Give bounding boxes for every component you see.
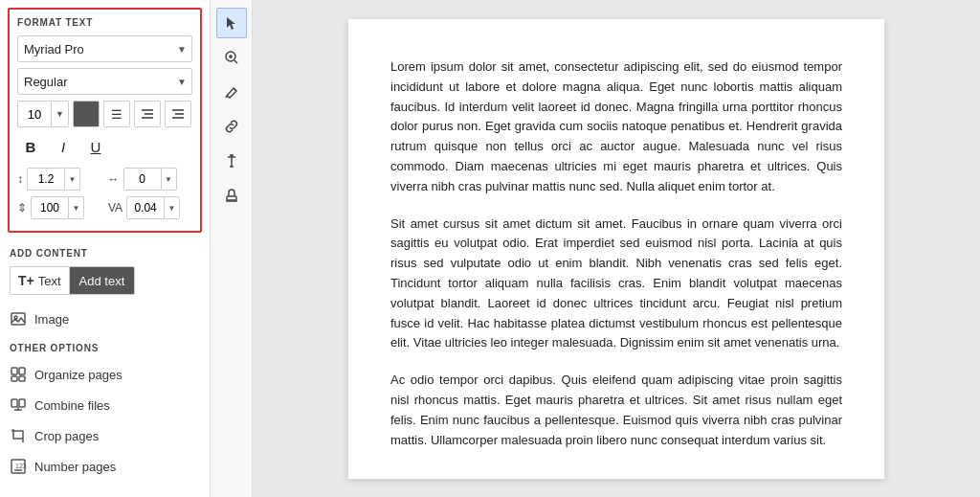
line-spacing-wrap: ▼ [27,168,97,191]
stamp-icon [224,188,239,203]
bold-btn[interactable]: B [17,133,44,160]
char-spacing-input[interactable] [126,196,165,219]
text-btn-wrap: T+ Text Add text [10,266,135,295]
other-options-label: OTHER OPTIONS [10,343,200,353]
scale-icon: ⇕ [17,201,27,215]
add-text-btn[interactable]: Add text [69,266,136,295]
svg-line-24 [234,88,236,91]
scale-row: ⇕ ▼ VA ▼ [17,196,192,219]
add-content-section: ADD CONTENT T+ Text Add text [0,240,210,303]
paragraph-3: Ac odio tempor orci dapibus. Quis eleife… [390,371,842,450]
scale-chevron[interactable]: ▼ [69,196,84,219]
link-icon [224,119,239,134]
doc-area: Lorem ipsum dolor sit amet, consectetur … [253,0,980,497]
svg-rect-6 [11,313,25,325]
svg-rect-12 [11,399,17,407]
option-crop-pages[interactable]: Crop pages [10,420,200,451]
select-tool-btn[interactable] [216,8,247,38]
text-btn-label: Text [38,274,61,288]
line-spacing-chevron[interactable]: ▼ [65,168,80,191]
line-spacing-input[interactable] [27,168,65,191]
svg-line-21 [234,60,237,63]
link-tool-btn[interactable] [216,111,247,142]
letter-spacing-icon: ↔ [108,172,120,186]
combine-icon [10,396,27,414]
paragraph-2: Sit amet cursus sit amet dictum sit amet… [390,215,842,354]
pencil-tool-btn[interactable] [216,77,247,107]
bold-italic-row: B I U [17,133,192,160]
font-size-wrap: ▼ [17,101,69,127]
other-options-section: OTHER OPTIONS Organize pages Combine fil… [0,335,210,489]
option-combine-files[interactable]: Combine files [10,390,200,420]
letter-spacing-wrap: ▼ [123,168,193,191]
char-spacing-icon: VA [108,201,122,215]
zoom-tool-btn[interactable] [216,42,247,73]
svg-rect-10 [11,376,17,381]
align-bullets-btn[interactable]: ☰ [103,101,130,127]
svg-rect-11 [19,376,25,381]
option-organize-pages[interactable]: Organize pages [10,359,200,390]
left-panel: FORMAT TEXT Myriad Pro Arial Times New R… [0,0,211,497]
svg-rect-30 [227,196,236,200]
char-spacing-chevron[interactable]: ▼ [165,196,180,219]
svg-rect-9 [19,368,25,374]
svg-marker-19 [227,17,235,30]
indent-icon [140,106,155,122]
font-family-select[interactable]: Myriad Pro Arial Times New Roman Helveti… [17,35,192,62]
char-spacing-wrap: ▼ [126,196,192,219]
underline-btn[interactable]: U [82,133,109,160]
image-label: Image [34,312,69,327]
organize-icon [10,366,27,383]
font-size-chevron-btn[interactable]: ▼ [52,101,69,127]
size-align-row: ▼ ☰ [17,101,192,127]
text-tool-icon: T+ [18,273,34,288]
stamp-tool-btn[interactable] [216,180,247,211]
combine-files-label: Combine files [34,398,110,413]
pencil-icon [224,84,239,100]
align-indent-btn[interactable] [134,101,161,127]
svg-line-25 [226,96,227,98]
scale-wrap: ▼ [31,196,97,219]
image-item[interactable]: Image [0,303,210,335]
option-number-pages[interactable]: 123 Number pages [10,451,200,482]
font-family-row: Myriad Pro Arial Times New Roman Helveti… [17,35,192,62]
add-content-btns: T+ Text Add text [10,266,202,295]
line-spacing-row: ↕ ▼ ↔ ▼ [17,168,192,191]
text-cursor-icon [224,153,239,169]
text-icon-btn[interactable]: T+ Text [10,266,69,295]
select-icon [224,15,239,31]
svg-text:123: 123 [15,463,27,469]
organize-pages-label: Organize pages [34,368,122,382]
font-style-row: Regular Bold Italic Bold Italic ▼ [17,68,192,95]
line-spacing-icon: ↕ [17,172,23,186]
color-swatch[interactable] [73,101,100,127]
number-icon: 123 [10,458,27,475]
image-icon [10,310,27,328]
letter-spacing-chevron[interactable]: ▼ [162,168,177,191]
letter-spacing-input[interactable] [123,168,162,191]
crop-icon [10,427,27,444]
svg-rect-13 [19,399,25,407]
align-right-btn[interactable] [165,101,191,127]
format-text-section: FORMAT TEXT Myriad Pro Arial Times New R… [8,8,202,233]
font-size-input[interactable] [17,101,52,127]
paragraph-1: Lorem ipsum dolor sit amet, consectetur … [390,57,842,197]
align-right-icon [170,106,186,122]
svg-rect-8 [11,368,17,374]
center-toolbar [211,0,253,497]
zoom-icon [224,50,239,65]
format-text-label: FORMAT TEXT [17,17,192,28]
number-pages-label: Number pages [34,460,116,474]
add-content-label: ADD CONTENT [10,248,202,259]
doc-page: Lorem ipsum dolor sit amet, consectetur … [348,19,884,479]
font-style-select[interactable]: Regular Bold Italic Bold Italic [17,68,192,95]
scale-input[interactable] [31,196,69,219]
crop-pages-label: Crop pages [34,429,99,443]
italic-btn[interactable]: I [50,133,77,160]
text-tool-btn[interactable] [216,146,247,176]
